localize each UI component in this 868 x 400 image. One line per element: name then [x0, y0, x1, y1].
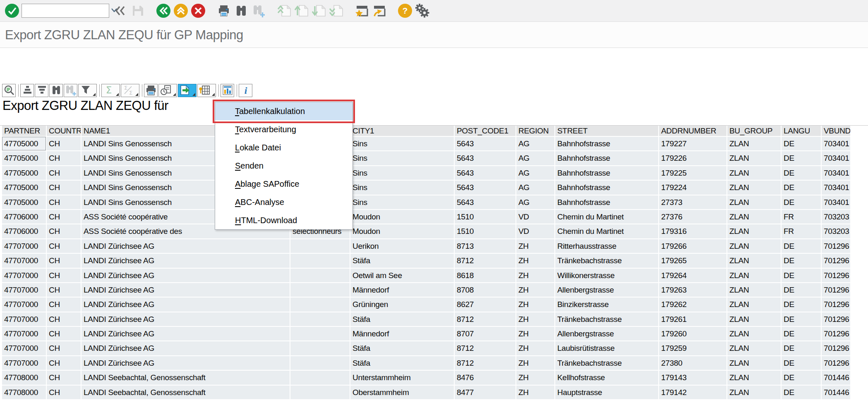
- table-cell[interactable]: 27373: [659, 195, 727, 210]
- table-cell[interactable]: 703401: [822, 181, 851, 195]
- table-cell[interactable]: AG: [516, 195, 555, 210]
- table-cell[interactable]: ZLAN: [727, 269, 782, 283]
- alv-info-button[interactable]: i: [239, 84, 252, 97]
- table-cell[interactable]: Stäfa: [350, 312, 455, 327]
- table-cell[interactable]: 47707000: [2, 341, 47, 356]
- table-cell[interactable]: CH: [47, 298, 82, 312]
- alv-subtotal-button[interactable]: ΣΣ: [121, 84, 139, 97]
- table-cell[interactable]: Moudon: [350, 210, 455, 224]
- table-cell[interactable]: [290, 341, 350, 356]
- table-cell[interactable]: 701296: [822, 327, 851, 341]
- table-cell[interactable]: DE: [782, 195, 822, 210]
- help-button[interactable]: ?: [396, 2, 414, 19]
- table-cell[interactable]: DE: [782, 151, 822, 166]
- table-cell[interactable]: Grüningen: [350, 298, 455, 312]
- column-header[interactable]: ADDRNUMBER: [659, 126, 727, 137]
- table-cell[interactable]: LANDI Zürichsee AG: [82, 341, 290, 356]
- table-cell[interactable]: LANDI Zürichsee AG: [82, 269, 290, 283]
- table-cell[interactable]: Moudon: [350, 224, 455, 239]
- table-cell[interactable]: CH: [47, 181, 82, 195]
- table-cell[interactable]: 8618: [455, 269, 516, 283]
- table-cell[interactable]: 47705000: [2, 137, 47, 151]
- table-cell[interactable]: 47707000: [2, 254, 47, 268]
- table-cell[interactable]: CH: [47, 283, 82, 298]
- table-cell[interactable]: DE: [782, 269, 822, 283]
- table-cell[interactable]: DE: [782, 239, 822, 254]
- table-cell[interactable]: Männedorf: [350, 327, 455, 341]
- table-cell[interactable]: 47706000: [2, 224, 47, 239]
- table-cell[interactable]: Oetwil am See: [350, 269, 455, 283]
- table-cell[interactable]: Stäfa: [350, 356, 455, 371]
- table-cell[interactable]: 27380: [659, 356, 727, 371]
- table-cell[interactable]: Sins: [350, 195, 455, 210]
- table-cell[interactable]: Bahnhofstrasse: [555, 137, 659, 151]
- table-cell[interactable]: 5643: [455, 195, 516, 210]
- table-cell[interactable]: ZLAN: [727, 327, 782, 341]
- table-cell[interactable]: CH: [47, 356, 82, 371]
- table-cell[interactable]: ZLAN: [727, 210, 782, 224]
- table-cell[interactable]: Tränkebachstrasse: [555, 312, 659, 327]
- table-cell[interactable]: ZLAN: [727, 356, 782, 371]
- table-cell[interactable]: 179263: [659, 283, 727, 298]
- column-header[interactable]: POST_CODE1: [455, 126, 516, 137]
- alv-export-button[interactable]: [178, 84, 197, 97]
- table-cell[interactable]: DE: [782, 327, 822, 341]
- table-cell[interactable]: 179224: [659, 181, 727, 195]
- table-cell[interactable]: VD: [516, 210, 555, 224]
- table-cell[interactable]: ZLAN: [727, 181, 782, 195]
- table-cell[interactable]: 1510: [455, 210, 516, 224]
- table-cell[interactable]: Bahnhofstrasse: [555, 181, 659, 195]
- table-cell[interactable]: 47707000: [2, 356, 47, 371]
- table-cell[interactable]: ZH: [516, 239, 555, 254]
- table-cell[interactable]: Stäfa: [350, 341, 455, 356]
- print-button[interactable]: [215, 2, 233, 19]
- menu-item-abc-analyse[interactable]: ABC-Analyse: [215, 193, 352, 211]
- table-cell[interactable]: 5643: [455, 166, 516, 181]
- table-cell[interactable]: [290, 312, 350, 327]
- alv-sort-desc-button[interactable]: [35, 84, 48, 97]
- table-cell[interactable]: AG: [516, 151, 555, 166]
- table-cell[interactable]: 701446: [822, 386, 851, 400]
- table-cell[interactable]: ZH: [516, 341, 555, 356]
- table-cell[interactable]: DE: [782, 312, 822, 327]
- table-cell[interactable]: [290, 327, 350, 341]
- table-cell[interactable]: 47705000: [2, 151, 47, 166]
- table-cell[interactable]: Chemin du Martinet: [555, 210, 659, 224]
- table-cell[interactable]: DE: [782, 386, 822, 400]
- table-cell[interactable]: ZH: [516, 356, 555, 371]
- table-cell[interactable]: 47707000: [2, 269, 47, 283]
- table-cell[interactable]: Bahnhofstrasse: [555, 166, 659, 181]
- command-field[interactable]: [22, 4, 109, 18]
- table-cell[interactable]: 703203: [822, 210, 851, 224]
- table-cell[interactable]: ZH: [516, 371, 555, 385]
- exit-button[interactable]: [172, 2, 189, 19]
- table-cell[interactable]: LANDI Zürichsee AG: [82, 283, 290, 298]
- table-cell[interactable]: 179266: [659, 239, 727, 254]
- table-cell[interactable]: CH: [47, 166, 82, 181]
- table-cell[interactable]: 179316: [659, 224, 727, 239]
- table-cell[interactable]: 8712: [455, 341, 516, 356]
- table-cell[interactable]: ZH: [516, 312, 555, 327]
- table-cell[interactable]: Tränkebachstrasse: [555, 356, 659, 371]
- table-cell[interactable]: FR: [782, 224, 822, 239]
- table-cell[interactable]: Willikonerstrasse: [555, 269, 659, 283]
- table-cell[interactable]: [290, 254, 350, 268]
- table-cell[interactable]: Binzikerstrasse: [555, 298, 659, 312]
- table-cell[interactable]: ZLAN: [727, 341, 782, 356]
- table-cell[interactable]: CH: [47, 269, 82, 283]
- table-cell[interactable]: 47705000: [2, 195, 47, 210]
- table-cell[interactable]: [290, 283, 350, 298]
- table-cell[interactable]: 47708000: [2, 371, 47, 385]
- table-cell[interactable]: CH: [47, 341, 82, 356]
- table-cell[interactable]: ZLAN: [727, 254, 782, 268]
- table-cell[interactable]: ZLAN: [727, 312, 782, 327]
- cancel-button[interactable]: [189, 2, 207, 19]
- table-cell[interactable]: AG: [516, 181, 555, 195]
- customize-button[interactable]: [414, 2, 431, 19]
- table-cell[interactable]: ZLAN: [727, 151, 782, 166]
- table-cell[interactable]: Männedorf: [350, 283, 455, 298]
- table-cell[interactable]: ZH: [516, 386, 555, 400]
- back-button[interactable]: [155, 2, 172, 19]
- menu-item-lokale-datei[interactable]: Lokale Datei: [215, 138, 352, 157]
- table-cell[interactable]: 8627: [455, 298, 516, 312]
